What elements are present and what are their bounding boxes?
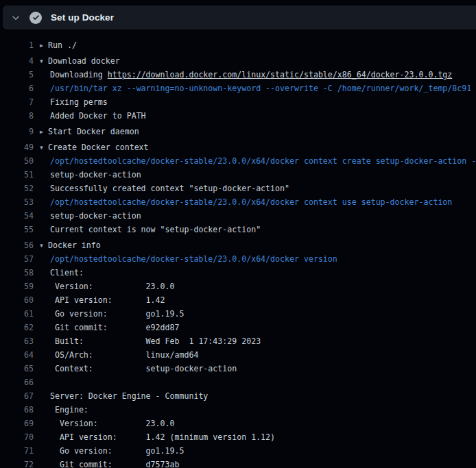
- log-lines[interactable]: 1▶Run ./4▼Download docker5Downloading ht…: [0, 29, 476, 468]
- log-line: 51setup-docker-action: [0, 168, 476, 182]
- line-number[interactable]: 72: [0, 458, 34, 468]
- log-group-title[interactable]: ▼Download docker: [40, 54, 120, 68]
- log-text: Version: 23.0.0: [40, 417, 174, 430]
- log-group-title[interactable]: ▼Docker info: [40, 238, 101, 252]
- log-line: 5Downloading https://download.docker.com…: [0, 68, 476, 82]
- log-line: 65 Context: setup-docker-action: [0, 362, 476, 375]
- line-number[interactable]: 67: [0, 389, 34, 403]
- log-group-title[interactable]: ▶Start Docker daemon: [40, 125, 139, 138]
- line-number[interactable]: 55: [0, 223, 34, 236]
- line-number[interactable]: 6: [0, 82, 34, 95]
- log-text: [40, 375, 50, 389]
- log-text: Git commit: d7573ab: [40, 458, 179, 468]
- log-text: Server: Docker Engine - Community: [40, 389, 208, 403]
- triangle-down-icon[interactable]: ▼: [40, 55, 48, 69]
- line-number[interactable]: 7: [0, 95, 34, 109]
- log-line: 70 API version: 1.42 (minimum version 1.…: [0, 430, 476, 444]
- line-number[interactable]: 4: [0, 54, 34, 68]
- triangle-down-icon[interactable]: ▼: [40, 141, 48, 155]
- log-line: 56▼Docker info: [0, 238, 476, 252]
- line-number[interactable]: 60: [0, 293, 34, 307]
- log-text-span: Git commit: d7573ab: [50, 460, 179, 468]
- log-text: Go version: go1.19.5: [40, 444, 184, 458]
- line-number[interactable]: 64: [0, 348, 34, 362]
- log-line: 71 Go version: go1.19.5: [0, 444, 476, 458]
- log-url-link[interactable]: https://download.docker.com/linux/static…: [108, 70, 453, 79]
- chevron-down-icon[interactable]: [11, 13, 21, 23]
- line-number[interactable]: 53: [0, 195, 34, 209]
- log-text: API version: 1.42: [40, 293, 165, 307]
- line-number[interactable]: 52: [0, 182, 34, 195]
- log-text-span: Docker info: [48, 241, 101, 250]
- line-number[interactable]: 56: [0, 238, 34, 252]
- line-number[interactable]: 1: [0, 38, 34, 52]
- log-text: Client:: [40, 266, 84, 280]
- line-number[interactable]: 63: [0, 334, 34, 348]
- log-line: 57/opt/hostedtoolcache/docker-stable/23.…: [0, 252, 476, 266]
- log-line: 8Added Docker to PATH: [0, 109, 476, 123]
- log-text: Engine:: [40, 403, 88, 417]
- log-line: 61 Go version: go1.19.5: [0, 307, 476, 321]
- log-line: 9▶Start Docker daemon: [0, 125, 476, 138]
- step-header[interactable]: Set up Docker: [3, 5, 476, 29]
- log-text-span: Successfully created context "setup-dock…: [50, 184, 289, 193]
- log-text: /opt/hostedtoolcache/docker-stable/23.0.…: [40, 195, 452, 209]
- log-text-span: Built: Wed Feb 1 17:43:29 2023: [50, 336, 261, 346]
- log-text-span: setup-docker-action: [50, 211, 141, 221]
- line-number[interactable]: 70: [0, 430, 34, 444]
- log-text-span: Downloading: [50, 70, 108, 79]
- line-number[interactable]: 68: [0, 403, 34, 417]
- log-text-span: Client:: [50, 268, 84, 278]
- log-group-title[interactable]: ▶Run ./: [40, 38, 77, 52]
- line-number[interactable]: 71: [0, 444, 34, 458]
- log-text-span: Git commit: e92dd87: [50, 323, 179, 332]
- line-number[interactable]: 49: [0, 140, 34, 154]
- line-number[interactable]: 66: [0, 375, 34, 389]
- log-text-span: OS/Arch: linux/amd64: [50, 350, 198, 360]
- log-text-span: /opt/hostedtoolcache/docker-stable/23.0.…: [50, 254, 337, 264]
- log-text: OS/Arch: linux/amd64: [40, 348, 198, 362]
- line-number[interactable]: 69: [0, 417, 34, 430]
- log-text-span: Run ./: [48, 40, 77, 50]
- line-number[interactable]: 62: [0, 321, 34, 334]
- log-line: 67Server: Docker Engine - Community: [0, 389, 476, 403]
- log-text: Current context is now "setup-docker-act…: [40, 223, 261, 236]
- log-line: 72 Git commit: d7573ab: [0, 458, 476, 468]
- line-number[interactable]: 50: [0, 154, 34, 168]
- line-number[interactable]: 58: [0, 266, 34, 280]
- log-line: 63 Built: Wed Feb 1 17:43:29 2023: [0, 334, 476, 348]
- log-line: 52Successfully created context "setup-do…: [0, 182, 476, 195]
- triangle-right-icon[interactable]: ▶: [40, 39, 48, 53]
- line-number[interactable]: 8: [0, 109, 34, 123]
- log-line: 59 Version: 23.0.0: [0, 280, 476, 293]
- log-text-span: Added Docker to PATH: [50, 111, 146, 121]
- log-text-span: Context: setup-docker-action: [50, 364, 237, 373]
- log-text-span: Fixing perms: [50, 97, 108, 107]
- log-text: /opt/hostedtoolcache/docker-stable/23.0.…: [40, 252, 337, 266]
- line-number[interactable]: 5: [0, 68, 34, 82]
- log-text: API version: 1.42 (minimum version 1.12): [40, 430, 275, 444]
- step-title: Set up Docker: [51, 12, 114, 23]
- log-line: 68 Engine:: [0, 403, 476, 417]
- triangle-down-icon[interactable]: ▼: [40, 239, 48, 253]
- triangle-right-icon[interactable]: ▶: [40, 125, 48, 139]
- line-number[interactable]: 57: [0, 252, 34, 266]
- log-line: 58Client:: [0, 266, 476, 280]
- log-text: Successfully created context "setup-dock…: [40, 182, 289, 195]
- log-line: 64 OS/Arch: linux/amd64: [0, 348, 476, 362]
- log-text: Added Docker to PATH: [40, 109, 146, 123]
- line-number[interactable]: 54: [0, 209, 34, 223]
- line-number[interactable]: 65: [0, 362, 34, 375]
- line-number[interactable]: 61: [0, 307, 34, 321]
- log-text: Fixing perms: [40, 95, 108, 109]
- line-number[interactable]: 9: [0, 125, 34, 138]
- log-text-span: /usr/bin/tar xz --warning=no-unknown-key…: [50, 84, 471, 93]
- log-text: /opt/hostedtoolcache/docker-stable/23.0.…: [40, 154, 476, 168]
- line-number[interactable]: 59: [0, 280, 34, 293]
- log-text: Downloading https://download.docker.com/…: [40, 68, 452, 82]
- line-number[interactable]: 51: [0, 168, 34, 182]
- log-line: 55Current context is now "setup-docker-a…: [0, 223, 476, 236]
- log-line: 53/opt/hostedtoolcache/docker-stable/23.…: [0, 195, 476, 209]
- log-group-title[interactable]: ▼Create Docker context: [40, 140, 149, 154]
- log-line: 4▼Download docker: [0, 54, 476, 68]
